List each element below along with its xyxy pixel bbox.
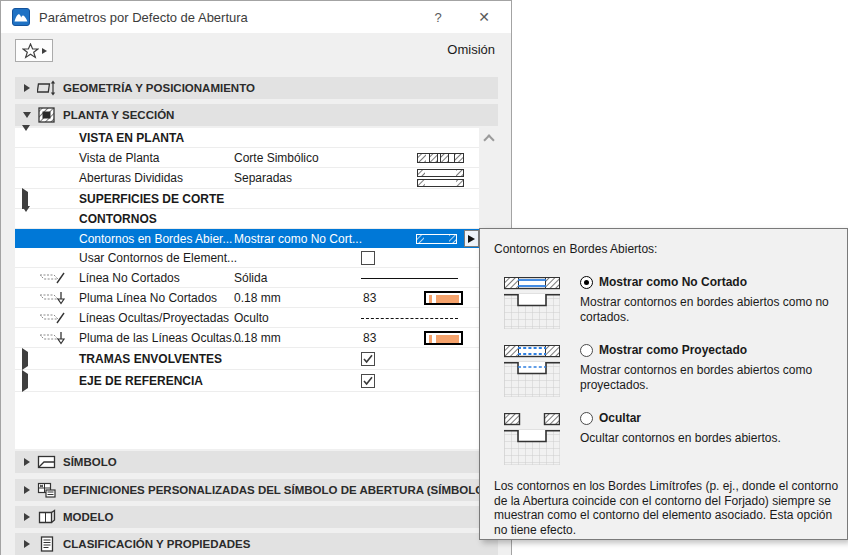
expand-arrow-icon — [24, 84, 30, 92]
property-name: Línea No Cortados — [79, 271, 180, 285]
radio-selected-icon[interactable] — [580, 276, 593, 289]
open-edge-projected-icon — [504, 345, 560, 397]
property-value[interactable]: Mostrar como No Cort... — [234, 232, 362, 246]
screen: Parámetros por Defecto de Abertura ? ✕ O… — [0, 0, 848, 555]
pen-color-swatch[interactable] — [424, 331, 463, 345]
toolbar: Omisión — [1, 33, 511, 71]
subsection-label: VISTA EN PLANTA — [79, 131, 184, 145]
property-name: Pluma de las Líneas Ocultas... — [79, 331, 242, 345]
option-mostrar-no-cortado[interactable]: Mostrar como No Cortado Mostrar contorno… — [480, 275, 847, 341]
collapse-arrow-icon — [22, 125, 30, 145]
option-mostrar-proyectado[interactable]: Mostrar como Proyectado Mostrar contorno… — [480, 343, 847, 409]
symbol-icon — [37, 454, 57, 470]
property-value[interactable]: Separadas — [234, 171, 292, 185]
dashed-line-preview[interactable] — [361, 318, 458, 319]
omission-label: Omisión — [447, 42, 495, 57]
section-header-definiciones[interactable]: DEFINICIONES PERSONALIZADAS DEL SÍMBOLO … — [15, 479, 498, 501]
property-name: Pluma Línea No Cortados — [79, 291, 217, 305]
section-header-clasificacion[interactable]: CLASIFICACIÓN Y PROPIEDADES — [15, 533, 498, 555]
help-button[interactable]: ? — [421, 1, 455, 33]
section-label: MODELO — [63, 511, 113, 523]
property-row-linea-no-cortados: Línea No Cortados Sólida — [15, 268, 479, 288]
open-edge-hidden-icon — [504, 413, 560, 465]
solid-line-preview[interactable] — [361, 278, 458, 279]
expand-arrow-icon — [24, 540, 30, 548]
radio-icon[interactable] — [580, 344, 593, 357]
expand-arrow-icon — [24, 458, 30, 466]
uncut-pen-icon — [37, 291, 67, 305]
subsection-row-tramas-envolventes[interactable]: TRAMAS ENVOLVENTES — [15, 348, 479, 370]
flyout-title: Contornos en Bordes Abiertos: — [494, 242, 657, 256]
classification-icon — [37, 536, 57, 552]
property-row-contornos-bordes-abiertos[interactable]: Contornos en Bordes Abier... Mostrar com… — [15, 229, 479, 248]
favorites-button[interactable] — [15, 39, 53, 62]
property-row-lineas-ocultas: Líneas Ocultas/Proyectadas Oculto — [15, 308, 479, 328]
section-label: CLASIFICACIÓN Y PROPIEDADES — [63, 538, 250, 550]
pen-number: 83 — [363, 331, 376, 345]
option-label: Mostrar como No Cortado — [599, 275, 747, 289]
option-description: Mostrar contornos en bordes abiertos com… — [580, 295, 832, 325]
check-icon — [362, 353, 374, 365]
property-value[interactable]: 0.18 mm — [234, 331, 281, 345]
section-label: SÍMBOLO — [63, 456, 117, 468]
subsection-row-eje-de-referencia[interactable]: EJE DE REFERENCIA — [15, 370, 479, 392]
property-row-vista-de-planta: Vista de Planta Corte Simbólico — [15, 148, 479, 168]
geometry-icon — [37, 80, 57, 96]
close-button[interactable]: ✕ — [467, 1, 501, 33]
section-label: GEOMETRÍA Y POSICIONAMIENTO — [63, 82, 255, 94]
option-label: Mostrar como Proyectado — [599, 343, 747, 357]
app-icon — [12, 8, 30, 26]
subsection-row-contornos[interactable]: CONTORNOS — [15, 209, 479, 229]
subsection-label: TRAMAS ENVOLVENTES — [79, 352, 222, 366]
flyout-note: Los contornos en los Bordes Limítrofes (… — [494, 479, 839, 537]
expand-arrow-icon — [24, 486, 30, 494]
subsection-row-vista-en-planta[interactable]: VISTA EN PLANTA — [15, 128, 479, 148]
custom-symbol-icon — [37, 482, 57, 498]
property-name: Aberturas Divididas — [79, 171, 183, 185]
radio-icon[interactable] — [580, 412, 593, 425]
property-value[interactable]: 0.18 mm — [234, 291, 281, 305]
separated-preview-icon — [417, 169, 464, 187]
model-icon — [37, 509, 57, 525]
property-row-aberturas-divididas: Aberturas Divididas Separadas — [15, 168, 479, 189]
section-label: PLANTA Y SECCIÓN — [63, 109, 174, 121]
collapse-arrow-icon — [23, 112, 31, 118]
opening-default-settings-dialog: Parámetros por Defecto de Abertura ? ✕ O… — [0, 0, 512, 555]
flyout-open-button[interactable] — [464, 230, 479, 247]
section-header-geometria[interactable]: GEOMETRÍA Y POSICIONAMIENTO — [15, 77, 498, 99]
property-value[interactable]: Sólida — [234, 271, 267, 285]
flyout-arrow-icon — [468, 235, 475, 243]
property-value[interactable]: Oculto — [234, 311, 269, 325]
hidden-line-type-icon — [37, 311, 67, 325]
favorites-dropdown-arrow-icon — [42, 48, 47, 54]
usar-contornos-checkbox[interactable] — [361, 251, 375, 265]
expand-arrow-icon — [22, 348, 28, 370]
plan-section-property-list: VISTA EN PLANTA Vista de Planta Corte Si… — [15, 128, 498, 449]
property-name: Contornos en Bordes Abier... — [79, 232, 232, 246]
subsection-row-superficies-de-corte[interactable]: SUPERFICIES DE CORTE — [15, 189, 479, 209]
check-icon — [362, 375, 374, 387]
collapse-arrow-icon — [22, 206, 30, 226]
tramas-checkbox[interactable] — [361, 352, 375, 366]
option-ocultar[interactable]: Ocultar Ocultar contornos en bordes abie… — [480, 411, 847, 471]
subsection-label: EJE DE REFERENCIA — [79, 374, 203, 388]
star-icon — [22, 43, 39, 59]
pen-color-swatch[interactable] — [424, 291, 463, 305]
section-header-planta[interactable]: PLANTA Y SECCIÓN — [15, 104, 498, 126]
window-title: Parámetros por Defecto de Abertura — [39, 10, 248, 25]
hidden-pen-icon — [37, 331, 67, 345]
section-header-simbolo[interactable]: SÍMBOLO — [15, 451, 498, 473]
uncut-line-type-icon — [37, 271, 67, 285]
expand-arrow-icon — [22, 370, 28, 392]
section-header-modelo[interactable]: MODELO — [15, 506, 498, 528]
option-label: Ocultar — [599, 411, 641, 425]
property-value[interactable]: Corte Simbólico — [234, 151, 319, 165]
eje-checkbox[interactable] — [361, 374, 375, 388]
property-name: Vista de Planta — [79, 151, 160, 165]
property-row-pluma-linea-no-cortados: Pluma Línea No Cortados 0.18 mm 83 — [15, 288, 479, 308]
expand-arrow-icon — [24, 513, 30, 521]
property-list-content: VISTA EN PLANTA Vista de Planta Corte Si… — [15, 128, 479, 449]
property-row-pluma-lineas-ocultas: Pluma de las Líneas Ocultas... 0.18 mm 8… — [15, 328, 479, 348]
property-name: Usar Contornos de Element... — [79, 251, 237, 265]
property-name: Líneas Ocultas/Proyectadas — [79, 311, 229, 325]
